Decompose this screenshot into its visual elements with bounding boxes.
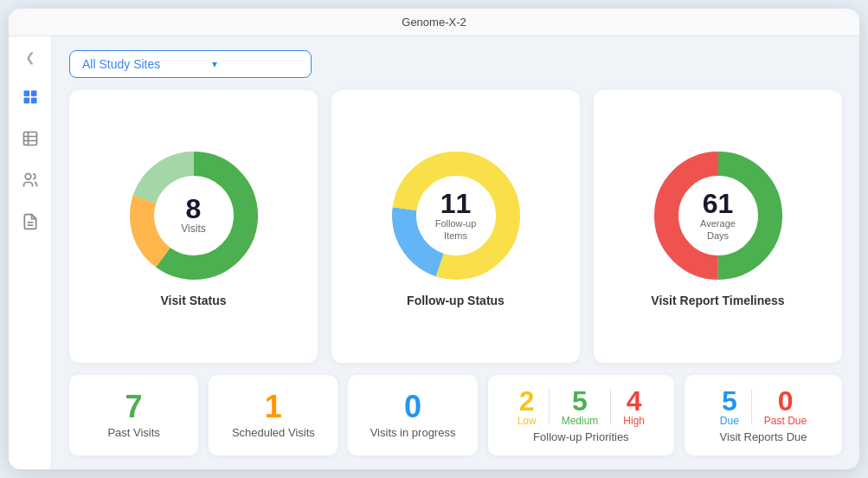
priority-medium: 5 Medium [550,387,611,427]
site-selector-dropdown[interactable]: All Study Sites ▾ [69,50,312,78]
stats-row: 7 Past Visits 1 Scheduled Visits 0 Visit… [69,375,842,455]
followup-priorities-title: Follow-up Priorities [533,430,629,443]
visit-report-label: AverageDays [700,216,736,242]
sidebar-item-docs[interactable] [18,210,42,234]
visit-report-number: 61 [700,189,736,216]
followup-status-label: Follow-upItems [435,216,477,242]
past-visits-card: 7 Past Visits [69,375,198,455]
priority-low: 2 Low [505,387,549,427]
report-past-due: 0 Past Due [752,387,819,427]
report-due: 5 Due [708,387,751,427]
visits-in-progress-card: 0 Visits in progress [348,375,477,455]
visits-in-progress-label: Visits in progress [370,426,456,439]
followup-status-title: Follow-up Status [407,294,505,307]
svg-rect-4 [23,132,36,145]
followup-status-card: 11 Follow-upItems Follow-up Status [331,90,580,363]
visits-in-progress-number: 0 [404,391,421,423]
svg-rect-1 [30,91,36,97]
visit-report-chart: 61 AverageDays [649,146,788,285]
visit-status-center: 8 Visits [181,195,205,236]
main-layout: ❮ [9,36,859,469]
sidebar-item-grid[interactable] [18,85,42,109]
sidebar-collapse-button[interactable]: ❮ [25,50,35,64]
scheduled-visits-label: Scheduled Visits [232,426,315,439]
past-visits-number: 7 [125,391,143,423]
priority-low-number: 2 [519,387,535,415]
report-due-label: Due [720,415,739,427]
past-visits-label: Past Visits [107,426,159,439]
priority-high-number: 4 [627,387,642,415]
visit-status-title: Visit Status [161,294,227,307]
priority-high-label: High [623,415,645,427]
followup-status-chart: 11 Follow-upItems [387,146,525,285]
report-past-due-label: Past Due [764,415,807,427]
visit-report-card: 61 AverageDays Visit Report Timeliness [594,90,842,363]
svg-rect-0 [23,91,29,97]
visit-status-card: 8 Visits Visit Status [69,90,318,363]
app-window: Genome-X-2 ❮ [9,9,859,469]
sidebar-item-chart[interactable] [18,126,42,151]
visit-status-number: 8 [181,195,205,223]
title-bar: Genome-X-2 [9,9,859,36]
priority-high: 4 High [611,387,657,427]
scheduled-visits-number: 1 [265,391,282,423]
priority-low-label: Low [518,415,537,427]
visit-reports-due-title: Visit Reports Due [720,430,807,443]
sidebar-item-users[interactable] [18,168,42,192]
visit-status-chart: 8 Visits [125,146,263,285]
report-past-due-number: 0 [778,387,794,415]
svg-rect-3 [30,98,36,104]
sidebar: ❮ [9,36,52,469]
priority-medium-label: Medium [562,415,599,427]
followup-status-center: 11 Follow-upItems [435,189,477,242]
followup-priorities-card: 2 Low 5 Medium 4 High [488,375,674,455]
charts-row: 8 Visits Visit Status [69,90,842,363]
svg-rect-2 [23,98,29,104]
followup-status-number: 11 [435,189,477,216]
visit-report-center: 61 AverageDays [700,189,736,242]
visit-report-title: Visit Report Timeliness [651,294,784,307]
priority-numbers: 2 Low 5 Medium 4 High [505,387,657,427]
report-due-number: 5 [722,387,737,415]
visit-reports-due-card: 5 Due 0 Past Due Visit Reports Due [685,375,842,455]
svg-point-8 [25,174,31,180]
scheduled-visits-card: 1 Scheduled Visits [209,375,338,455]
visit-status-label: Visits [181,223,205,236]
top-bar: All Study Sites ▾ [69,50,842,78]
chevron-down-icon: ▾ [212,58,217,70]
report-numbers: 5 Due 0 Past Due [708,387,819,427]
site-selector-label: All Study Sites [82,57,160,71]
window-title: Genome-X-2 [402,16,466,29]
content-area: All Study Sites ▾ [52,36,859,469]
priority-medium-number: 5 [572,387,588,415]
